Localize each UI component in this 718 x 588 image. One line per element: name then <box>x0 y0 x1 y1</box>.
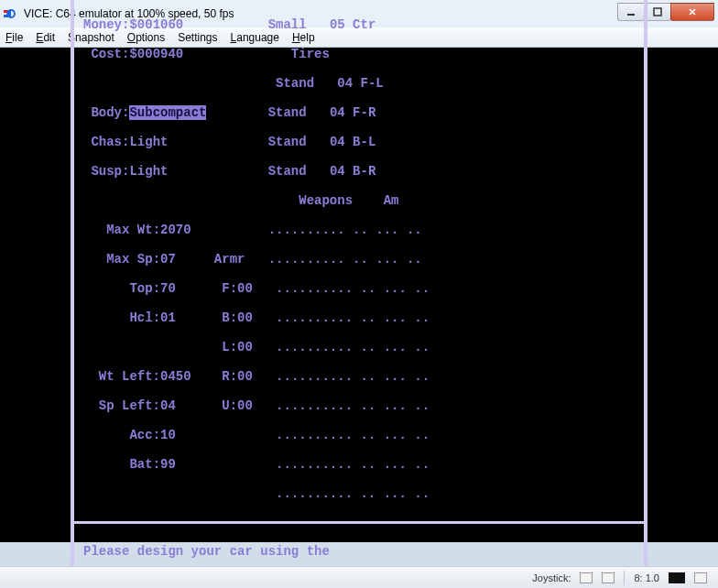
row-chas: Chas:Light Stand 04 B-L <box>83 135 635 149</box>
emulator-viewport[interactable]: Drvr:Tyrant Item Pt Loc Car:shadow Plant… <box>0 48 718 542</box>
row-money: Money:$001060 Small 05 Ctr <box>83 17 635 32</box>
app-icon <box>4 6 18 21</box>
weapons-row-9: .......... .. ... .. <box>276 486 430 501</box>
tire3-pt: 04 <box>330 164 345 179</box>
tire0-loc: F-L <box>361 76 384 91</box>
armor-b: 00 <box>237 310 253 325</box>
menu-edit[interactable]: Edit <box>36 31 55 44</box>
body-value[interactable]: Subcompact <box>129 105 206 120</box>
weapons-row-6: .......... .. ... .. <box>276 398 430 413</box>
susp-label: Susp: <box>91 164 129 179</box>
row-tire0: Stand 04 F-L <box>83 76 635 91</box>
armor-f: 00 <box>237 281 253 296</box>
weapons-label: Weapons <box>299 193 353 208</box>
row-armor-l: L:00 .......... .. ... .. <box>83 340 635 354</box>
row-maxsp: Max Sp:07 Armr .......... .. ... .. <box>83 252 635 267</box>
row-acc: Acc:10 .......... .. ... .. <box>83 428 635 442</box>
row-wtleft: Wt Left:0450 R:00 .......... .. ... .. <box>83 369 635 384</box>
tire2-name: Stand <box>268 135 307 149</box>
menu-file[interactable]: File <box>5 31 23 44</box>
divider <box>74 521 644 524</box>
tire0-pt: 04 <box>337 76 353 91</box>
spleft-label: Sp Left: <box>99 398 160 413</box>
drive-led-icon <box>669 572 685 583</box>
msg-line-1: Please design your car using the <box>83 544 635 559</box>
row-top: Top:70 F:00 .......... .. ... .. <box>83 281 635 296</box>
armor-u: 00 <box>237 398 253 413</box>
weapons-row-3: .......... .. ... .. <box>276 310 430 325</box>
money-value: $001060 <box>129 17 183 32</box>
weapons-row-8: .......... .. ... .. <box>276 457 430 472</box>
hcl-label: Hcl: <box>129 310 160 325</box>
tire1-name: Stand <box>268 105 307 120</box>
weapons-row-0: .......... .. ... .. <box>268 223 422 237</box>
weapons-row-4: .......... .. ... .. <box>276 340 430 354</box>
plant-name: Small <box>268 17 307 32</box>
chas-value: Light <box>129 135 168 149</box>
row-cost: Cost:$000940 Tires <box>83 47 635 61</box>
plant-pt: 05 <box>330 17 345 32</box>
tire1-loc: F-R <box>353 105 375 120</box>
close-button[interactable] <box>670 3 714 21</box>
wtleft-value: 0450 <box>160 369 191 384</box>
weapons-row-7: .......... .. ... .. <box>276 428 430 442</box>
cost-label: Cost: <box>91 47 129 61</box>
spleft-value: 04 <box>160 398 176 413</box>
row-susp: Susp:Light Stand 04 B-R <box>83 164 635 179</box>
maxsp-value: 07 <box>160 252 176 267</box>
joystick-label: Joystick: <box>532 572 571 583</box>
svg-rect-3 <box>654 8 661 16</box>
tire3-name: Stand <box>268 164 307 179</box>
joystick-slot-2[interactable] <box>602 572 615 583</box>
body-label: Body: <box>91 105 129 120</box>
tire2-loc: B-L <box>353 135 375 149</box>
weapons-row-1: .......... .. ... .. <box>268 252 422 267</box>
row-car: Car:shadow Plant <box>83 0 635 3</box>
tire0-name: Stand <box>276 76 314 91</box>
maximize-button[interactable] <box>644 3 671 21</box>
row-body: Body:Subcompact Stand 04 F-R <box>83 105 635 120</box>
armor-r: 00 <box>237 369 253 384</box>
susp-value: Light <box>129 164 168 179</box>
acc-label: Acc: <box>129 428 160 442</box>
top-label: Top: <box>129 281 160 296</box>
maxsp-label: Max Sp: <box>106 252 160 267</box>
top-value: 70 <box>160 281 176 296</box>
acc-value: 10 <box>160 428 176 442</box>
tire3-loc: B-R <box>353 164 375 179</box>
status-divider <box>624 571 625 585</box>
drive-status: 8: 1.0 <box>634 572 659 583</box>
weapons-row-5: .......... .. ... .. <box>276 369 430 384</box>
hcl-value: 01 <box>160 310 176 325</box>
row-weapons-9: .......... .. ... .. <box>83 486 635 501</box>
row-bat: Bat:99 .......... .. ... .. <box>83 457 635 472</box>
money-label: Money: <box>83 17 129 32</box>
row-spleft: Sp Left:04 U:00 .......... .. ... .. <box>83 398 635 413</box>
row-weapons-hdr: Weapons Am <box>83 193 635 208</box>
wtleft-label: Wt Left: <box>99 369 160 384</box>
car-label: Car: <box>99 0 130 3</box>
cost-value: $000940 <box>129 47 183 61</box>
row-hcl: Hcl:01 B:00 .......... .. ... .. <box>83 310 635 325</box>
plant-loc: Ctr <box>353 17 375 32</box>
statusbar: Joystick: 8: 1.0 <box>0 566 718 588</box>
game-screen: Drvr:Tyrant Item Pt Loc Car:shadow Plant… <box>71 0 647 588</box>
drive-slot[interactable] <box>694 572 707 583</box>
weapons-row-2: .......... .. ... .. <box>276 281 430 296</box>
tires-label: Tires <box>291 47 330 61</box>
armr-label: Armr <box>214 252 245 267</box>
chas-label: Chas: <box>91 135 129 149</box>
bat-label: Bat: <box>129 457 160 472</box>
plant-label: Plant <box>299 0 337 3</box>
armor-l: 00 <box>237 340 253 354</box>
joystick-slot-1[interactable] <box>580 572 593 583</box>
bat-value: 99 <box>160 457 176 472</box>
maxwt-label: Max Wt: <box>106 223 160 237</box>
am-label: Am <box>384 193 399 208</box>
maxwt-value: 2070 <box>160 223 191 237</box>
car-value: shadow <box>129 0 175 3</box>
row-maxwt: Max Wt:2070 .......... .. ... .. <box>83 223 635 237</box>
tire2-pt: 04 <box>330 135 345 149</box>
tire1-pt: 04 <box>330 105 345 120</box>
